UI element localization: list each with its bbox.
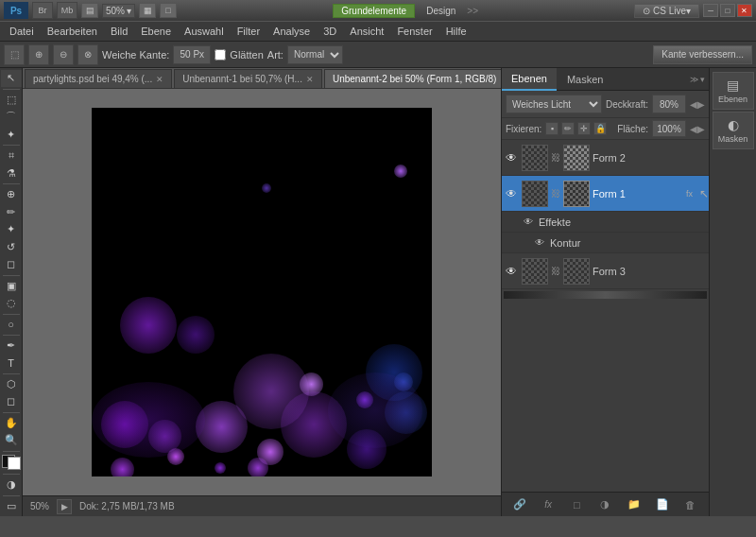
tab-0[interactable]: partylights.psd bei 49,4% (...✕ [25, 69, 172, 88]
move-tool[interactable]: ↖ [1, 70, 22, 87]
layer-eye-form1[interactable]: 👁 [504, 186, 519, 201]
selection-opt-icon3[interactable]: ⊗ [77, 44, 98, 65]
optionsbar: ⬚ ⊕ ⊖ ⊗ Weiche Kante: Glätten Art: Norma… [0, 42, 756, 68]
selection-opt-icon2[interactable]: ⊖ [53, 44, 74, 65]
zoom-control[interactable]: 50% ▾ [102, 4, 135, 18]
refine-edge-button[interactable]: Kante verbessern... [653, 45, 752, 64]
zoom-tool[interactable]: 🔍 [1, 432, 22, 449]
tab-1[interactable]: Unbenannt-1 bei 50,7% (H...✕ [174, 69, 322, 88]
canvas-wrapper[interactable] [23, 89, 501, 495]
more-workspaces[interactable]: >> [467, 6, 478, 16]
layer-row-form1[interactable]: 👁 ⛓ Form 1 fx ↖ [502, 176, 709, 212]
menu-item-auswahl[interactable]: Auswahl [179, 24, 230, 39]
menu-item-3d[interactable]: 3D [318, 24, 342, 39]
brush-tool[interactable]: ✏ [1, 203, 22, 220]
layer-row-form3[interactable]: 👁 ⛓ Form 3 [502, 253, 709, 289]
mini-panel-masken[interactable]: ◐ Masken [713, 112, 754, 149]
selection-tool-icon[interactable]: ⬚ [4, 44, 25, 65]
tab-ebenen[interactable]: Ebenen [502, 68, 557, 91]
menu-item-filter[interactable]: Filter [232, 24, 266, 39]
layer-mask-form2 [563, 145, 590, 171]
menu-item-ansicht[interactable]: Ansicht [344, 24, 389, 39]
adjustment-icon[interactable]: ◑ [594, 495, 615, 514]
feather-input[interactable] [173, 45, 211, 64]
new-group-icon[interactable]: 📁 [624, 495, 644, 514]
hand-tool[interactable]: ✋ [1, 415, 22, 432]
selection-opt-icon[interactable]: ⊕ [28, 44, 49, 65]
fill-scrubber[interactable]: ◀▶ [690, 124, 705, 134]
zoom-dropdown-icon[interactable]: ▾ [127, 6, 131, 16]
eyedropper-tool[interactable]: ⚗ [1, 165, 22, 182]
layer-eye-effekte[interactable]: 👁 [521, 215, 536, 230]
lock-position-icon[interactable]: ✛ [577, 122, 591, 135]
layer-eye-kontur[interactable]: 👁 [532, 235, 547, 251]
view-icon-2[interactable]: □ [160, 3, 177, 18]
lasso-tool[interactable]: ⌒ [1, 109, 22, 126]
layer-fx-form1: fx [686, 189, 693, 199]
delete-layer-icon[interactable]: 🗑 [680, 495, 701, 514]
design-button[interactable]: Design [419, 5, 463, 17]
opacity-input[interactable] [652, 95, 686, 113]
maximize-button[interactable]: □ [720, 4, 735, 17]
tab-close-1[interactable]: ✕ [306, 75, 314, 84]
menu-item-fenster[interactable]: Fenster [391, 24, 438, 39]
layer-eye-form2[interactable]: 👁 [504, 150, 519, 165]
shape-tool[interactable]: ◻ [1, 393, 22, 410]
mini-panel-ebenen[interactable]: ▤ Ebenen [713, 72, 754, 110]
tab-close-0[interactable]: ✕ [156, 75, 163, 84]
layer-row-form2[interactable]: 👁 ⛓ Form 2 [502, 140, 709, 176]
grundelemente-button[interactable]: Grundelemente [333, 4, 415, 18]
lock-image-icon[interactable]: ✏ [561, 122, 575, 135]
cs-live-button[interactable]: ⊙ CS Live▾ [634, 4, 699, 18]
add-mask-icon[interactable]: □ [566, 495, 587, 514]
menu-item-bearbeiten[interactable]: Bearbeiten [42, 24, 103, 39]
screen-mode-tool[interactable]: ▭ [1, 498, 22, 515]
background-color[interactable] [8, 457, 21, 470]
quick-mask-tool[interactable]: ◑ [1, 476, 22, 494]
menu-item-hilfe[interactable]: Hilfe [440, 24, 472, 39]
fill-input[interactable] [652, 120, 686, 137]
blend-mode-dropdown[interactable]: Weiches Licht [506, 95, 602, 113]
lock-all-icon[interactable]: 🔒 [593, 122, 607, 135]
crop-tool[interactable]: ⌗ [1, 147, 22, 165]
fx-icon[interactable]: fx [538, 495, 558, 514]
canvas[interactable] [92, 108, 432, 476]
blur-tool[interactable]: ◌ [1, 295, 22, 312]
br-icon[interactable]: Br [32, 2, 53, 19]
menu-item-ebene[interactable]: Ebene [135, 24, 177, 39]
layer-row-effekte[interactable]: 👁 Effekte [502, 212, 709, 233]
pen-tool[interactable]: ✒ [1, 338, 22, 355]
link-layers-icon[interactable]: 🔗 [509, 495, 530, 514]
dodge-tool[interactable]: ○ [1, 316, 22, 333]
path-tool[interactable]: ⬡ [1, 376, 22, 393]
clone-tool[interactable]: ✦ [1, 221, 22, 238]
gradient-tool[interactable]: ▣ [1, 277, 22, 294]
opacity-scrubber[interactable]: ◀▶ [690, 99, 705, 110]
new-layer-icon[interactable]: 📄 [652, 495, 673, 514]
layer-row-kontur[interactable]: 👁 Kontur [502, 233, 709, 253]
menu-item-datei[interactable]: Datei [4, 24, 40, 39]
menu-item-analyse[interactable]: Analyse [267, 24, 316, 39]
text-tool[interactable]: T [1, 355, 22, 372]
mb-icon[interactable]: Mb [57, 2, 77, 19]
tab-masken[interactable]: Masken [558, 68, 613, 91]
history-tool[interactable]: ↺ [1, 238, 22, 255]
marquee-tool[interactable]: ⬚ [1, 91, 22, 108]
eraser-tool[interactable]: ◻ [1, 256, 22, 273]
healing-tool[interactable]: ⊕ [1, 186, 22, 203]
view-icon[interactable]: ▦ [139, 3, 156, 18]
menu-item-bild[interactable]: Bild [105, 24, 133, 39]
minimize-button[interactable]: ─ [703, 4, 718, 17]
close-button[interactable]: ✕ [737, 4, 752, 17]
color-swatches[interactable] [2, 455, 21, 470]
panel-collapse-icon[interactable]: ▾ [700, 75, 705, 84]
toolbar-icon-1[interactable]: ▤ [81, 3, 98, 18]
layer-eye-form3[interactable]: 👁 [504, 264, 519, 279]
art-dropdown[interactable]: Normal [287, 45, 343, 64]
magic-wand-tool[interactable]: ✦ [1, 126, 22, 143]
tab-2[interactable]: Unbenannt-2 bei 50% (Form 1, RGB/8)✕ [324, 69, 501, 88]
smooth-checkbox[interactable] [215, 49, 226, 61]
lock-transparent-icon[interactable]: ▪ [545, 122, 558, 135]
panel-options-icon[interactable]: ≫ [690, 75, 698, 84]
status-icon[interactable]: ▶ [57, 499, 72, 514]
